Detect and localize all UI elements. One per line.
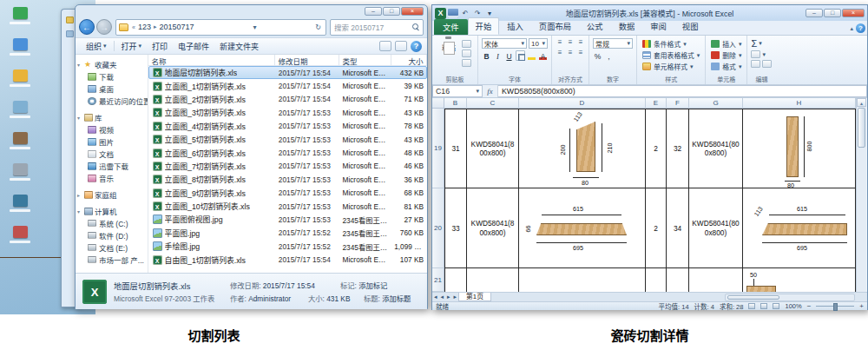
delete-cells-button[interactable]: 删除▾: [709, 50, 743, 61]
save-icon[interactable]: [448, 9, 458, 18]
grid-cell[interactable]: [467, 268, 519, 292]
sidebar-item[interactable]: 音乐: [76, 172, 148, 184]
align-center-icon[interactable]: ≡: [566, 49, 575, 57]
file-row[interactable]: 立面图_6切割销列表.xls 2015/7/17 15:53 Microsoft…: [148, 146, 427, 159]
normal-view-icon[interactable]: [748, 303, 755, 309]
row-header[interactable]: 19: [432, 109, 444, 188]
grid-cell[interactable]: [646, 268, 667, 292]
grid-cell[interactable]: [667, 268, 689, 292]
select-all-corner[interactable]: [432, 98, 444, 109]
grid-cell-tile-diagram[interactable]: 50: [743, 268, 856, 292]
ribbon-tab[interactable]: 开始: [468, 17, 500, 35]
ribbon-tab[interactable]: 插入: [499, 17, 531, 35]
paste-button[interactable]: 粘贴: [436, 38, 462, 76]
undo-icon[interactable]: ↶: [460, 9, 470, 18]
breadcrumb[interactable]: « 123 ▸ 20150717 ▾ ↻: [115, 19, 326, 36]
align-top-icon[interactable]: ≡: [556, 38, 564, 47]
italic-button[interactable]: I: [493, 50, 503, 61]
fill-icon[interactable]: [751, 50, 760, 58]
column-header[interactable]: B: [444, 98, 467, 109]
format-cells-button[interactable]: 格式▾: [709, 61, 743, 72]
first-sheet-icon[interactable]: ◂: [432, 294, 439, 300]
percent-style-icon[interactable]: %: [593, 50, 602, 61]
column-header-name[interactable]: 名称: [148, 55, 275, 65]
horizontal-scrollbar[interactable]: [725, 294, 855, 301]
homegroup-item[interactable]: ▸ 家庭组: [76, 188, 148, 201]
font-size-select[interactable]: 10▾: [529, 38, 548, 49]
file-row[interactable]: 立面图_8切割销列表.xls 2015/7/17 15:53 Microsoft…: [148, 173, 427, 186]
grid-cell[interactable]: [689, 268, 743, 292]
favorites-group[interactable]: ▾ ★ 收藏夹: [76, 57, 148, 70]
file-row[interactable]: 手绘图.jpg 2015/7/17 15:52 2345看图王 JPG 图...…: [148, 240, 427, 253]
last-sheet-icon[interactable]: ▸: [452, 294, 459, 300]
column-header[interactable]: F: [667, 98, 689, 109]
grid-cell[interactable]: 34: [667, 188, 689, 268]
file-row[interactable]: 立面图_3切割销列表.xls 2015/7/17 15:53 Microsoft…: [148, 106, 427, 119]
column-header[interactable]: E: [646, 98, 667, 109]
desktop-icon[interactable]: [5, 69, 35, 96]
computer-group[interactable]: ▾ 计算机: [76, 204, 148, 217]
close-button[interactable]: ×: [401, 7, 424, 16]
grid-cell-tile-diagram[interactable]: 113 200 210 80: [519, 109, 646, 188]
grid-cell[interactable]: KWD58041(800x800): [689, 109, 743, 188]
row-header[interactable]: 21: [432, 268, 444, 292]
sidebar-item[interactable]: 最近访问的位置: [76, 95, 148, 107]
title-value[interactable]: 添加标题: [382, 294, 411, 303]
desktop-icon[interactable]: [5, 38, 35, 64]
underline-button[interactable]: U: [504, 50, 514, 61]
sidebar-item[interactable]: 迅雷下载: [76, 160, 148, 172]
ribbon-tab[interactable]: 页面布局: [531, 17, 579, 35]
refresh-icon[interactable]: ↻: [313, 23, 323, 31]
insert-function-icon[interactable]: fx: [483, 85, 498, 97]
sidebar-item[interactable]: 系统 (C:): [76, 217, 148, 229]
file-row[interactable]: 平面图.jpg 2015/7/17 15:52 2345看图王 JPG 图...…: [148, 227, 427, 240]
collapse-ribbon-icon[interactable]: ▴: [850, 25, 853, 32]
help-icon[interactable]: ?: [856, 23, 865, 33]
find-select-icon[interactable]: [762, 60, 772, 68]
libraries-group[interactable]: ▾ 库: [76, 110, 148, 123]
sidebar-item[interactable]: 下载: [76, 70, 148, 83]
zoom-out-icon[interactable]: −: [807, 302, 812, 310]
conditional-formatting-button[interactable]: 条件格式▾: [641, 38, 701, 50]
grid-cell[interactable]: 33: [444, 188, 467, 268]
column-header[interactable]: G: [689, 98, 743, 109]
ribbon-tab[interactable]: 公式: [579, 17, 611, 35]
column-header[interactable]: D: [519, 98, 646, 109]
column-header[interactable]: C: [467, 98, 519, 109]
expander-icon[interactable]: ▾: [77, 115, 82, 121]
prev-sheet-icon[interactable]: ◂: [439, 294, 446, 300]
grid-cell-tile-diagram[interactable]: 615 695 66: [519, 188, 646, 268]
page-layout-view-icon[interactable]: [760, 303, 767, 309]
vertical-scrollbar[interactable]: ▴: [856, 98, 866, 292]
desktop-icon[interactable]: [5, 226, 35, 252]
comma-style-icon[interactable]: ,: [604, 50, 614, 61]
file-row[interactable]: 立面图_5切割销列表.xls 2015/7/17 15:53 Microsoft…: [148, 133, 427, 146]
formula-input[interactable]: KWD58058(800x800): [498, 85, 867, 97]
font-name-select[interactable]: 宋体▾: [482, 38, 527, 49]
new-folder-button[interactable]: 新建文件夹: [214, 39, 264, 54]
grid-cell[interactable]: 32: [667, 109, 689, 188]
grid-cell[interactable]: KWD58041(800x800): [467, 188, 519, 268]
open-button[interactable]: 打开▾: [116, 39, 148, 54]
grid-cell[interactable]: [444, 268, 467, 292]
ribbon-tab[interactable]: 数据: [611, 17, 643, 35]
sort-filter-icon[interactable]: [751, 60, 760, 68]
desktop-icon[interactable]: [5, 7, 35, 33]
search-box[interactable]: 搜索 20150717: [330, 19, 424, 36]
align-right-icon[interactable]: ≡: [576, 49, 585, 57]
expander-icon[interactable]: ▸: [77, 192, 82, 198]
sidebar-item[interactable]: 桌面: [76, 83, 148, 95]
page-break-view-icon[interactable]: [773, 303, 779, 309]
align-left-icon[interactable]: ≡: [556, 49, 564, 57]
file-row[interactable]: 立面图_4切割销列表.xls 2015/7/17 15:53 Microsoft…: [148, 120, 427, 133]
sidebar-item[interactable]: 市场一部 产...: [76, 254, 148, 266]
file-row[interactable]: 地面层切割销列表.xls 2015/7/17 15:54 Microsoft E…: [148, 66, 427, 79]
breadcrumb-segment[interactable]: 20150717: [157, 23, 195, 31]
file-row[interactable]: 立面图_10切割销列表.xls 2015/7/17 15:53 Microsof…: [148, 200, 427, 213]
row-header[interactable]: 20: [432, 188, 444, 268]
sidebar-item[interactable]: 视频: [76, 123, 148, 135]
desktop-icon[interactable]: [5, 132, 35, 158]
borders-icon[interactable]: [516, 50, 525, 61]
breadcrumb-segment[interactable]: 123: [136, 23, 153, 31]
grid-cell[interactable]: KWD58041(800x800): [689, 188, 743, 268]
